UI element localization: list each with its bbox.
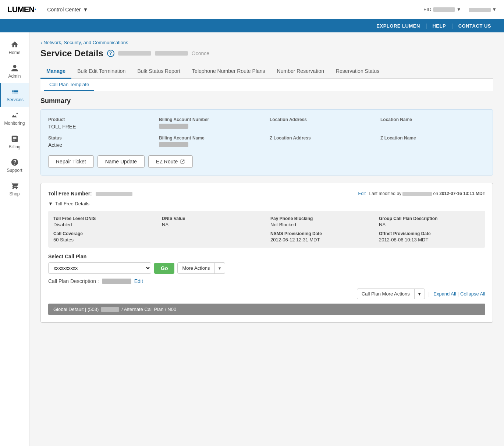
explore-lumen-link[interactable]: EXPLORE LUMEN: [371, 23, 425, 29]
page-id3: Oconce: [192, 50, 209, 56]
breadcrumb-arrow-icon: ‹: [40, 40, 42, 45]
sidebar-item-support[interactable]: Support: [0, 154, 29, 177]
field-product-value: TOLL FREE: [48, 124, 153, 130]
user-value: [469, 8, 491, 12]
action-bar: EXPLORE LUMEN | HELP | CONTACT US: [0, 19, 504, 32]
field-z-location-address-label: Z Location Address: [270, 135, 375, 141]
sidebar-item-billing[interactable]: Billing: [0, 130, 29, 154]
call-plan-desc-value: [102, 279, 131, 284]
last-modified-label: Last modified by: [369, 191, 403, 196]
collapse-all-link[interactable]: Collapse All: [460, 291, 485, 297]
external-link-icon: [180, 159, 185, 164]
eid-section: EID ▼: [423, 7, 461, 12]
home-icon: [11, 40, 19, 49]
field-status-value: Active: [48, 142, 153, 148]
sidebar-item-admin[interactable]: Admin: [0, 60, 29, 83]
sidebar-item-home-label: Home: [8, 50, 20, 55]
select-call-plan-title: Select Call Plan: [48, 254, 485, 259]
detail-nsms-date-value: 2012-06-12 12:31 MDT: [270, 237, 372, 243]
breadcrumb[interactable]: ‹ Network, Security, and Communications: [40, 40, 493, 45]
eid-chevron-icon[interactable]: ▼: [457, 7, 461, 12]
control-center-label: Control Center: [47, 7, 81, 13]
detail-toll-free-level-dnis-value: Disabled: [53, 222, 155, 227]
global-default-bar: Global Default | (503) / Alternate Call …: [48, 304, 485, 315]
summary-grid: Product TOLL FREE Billing Account Number…: [48, 117, 485, 148]
detail-empty: [162, 231, 263, 243]
go-button[interactable]: Go: [154, 263, 174, 274]
call-plan-select[interactable]: xxxxxxxxxx: [48, 262, 151, 274]
info-icon[interactable]: ?: [107, 50, 114, 57]
more-actions-label: More Actions: [178, 263, 214, 273]
field-z-location-name-label: Z Location Name: [380, 135, 485, 141]
tab-number-reservation[interactable]: Number Reservation: [271, 64, 330, 79]
help-link[interactable]: HELP: [427, 23, 451, 29]
detail-dnis-value-value: NA: [162, 222, 263, 227]
tab-bulk-edit[interactable]: Bulk Edit Termination: [71, 64, 131, 79]
tab-manage[interactable]: Manage: [40, 64, 71, 79]
sub-tabs: Call Plan Template: [40, 79, 493, 91]
detail-card: Toll Free Number: Edit Last modified by …: [40, 183, 493, 323]
detail-pay-phone-blocking-label: Pay Phone Blocking: [270, 216, 372, 221]
services-icon: [11, 88, 19, 96]
sidebar-item-home[interactable]: Home: [0, 36, 29, 60]
sidebar-item-admin-label: Admin: [8, 74, 21, 79]
repair-ticket-button[interactable]: Repair Ticket: [48, 155, 94, 168]
call-plan-more-actions-button[interactable]: Call Plan More Actions ▼: [357, 289, 425, 299]
logo: LUMEN·: [7, 5, 36, 14]
toll-free-meta: Edit Last modified by on 2012-07-16 13:1…: [358, 191, 485, 196]
detail-pay-phone-blocking-value: Not Blocked: [270, 222, 372, 227]
detail-group-call-plan-desc-value: NA: [379, 222, 480, 227]
main-tabs: Manage Bulk Edit Termination Bulk Status…: [40, 64, 493, 79]
sidebar-item-shop[interactable]: Shop: [0, 177, 29, 201]
detail-pay-phone-blocking: Pay Phone Blocking Not Blocked: [270, 216, 372, 227]
tab-telephone-route[interactable]: Telephone Number Route Plans: [186, 64, 271, 79]
toll-free-number-value: [96, 192, 132, 196]
control-center-button[interactable]: Control Center ▼: [47, 7, 88, 13]
toggle-arrow-icon: ▼: [48, 201, 53, 206]
last-modified-user: [402, 192, 432, 196]
more-actions-button[interactable]: More Actions ▼: [177, 262, 225, 274]
field-billing-acct-name-label: Billing Account Name: [159, 135, 264, 141]
detail-toll-free-level-dnis-label: Toll Free Level DNIS: [53, 216, 155, 221]
sidebar-item-monitoring[interactable]: Monitoring: [0, 107, 29, 130]
eid-label: EID: [423, 7, 432, 12]
divider-pipe: |: [429, 291, 430, 297]
detail-offnet-date: Offnet Provisioning Date 2012-08-06 10:1…: [379, 231, 480, 243]
detail-dnis-value: DNIS Value NA: [162, 216, 263, 227]
sidebar-item-shop-label: Shop: [9, 191, 19, 197]
field-product-label: Product: [48, 117, 153, 122]
detail-group-call-plan-desc: Group Call Plan Description NA: [379, 216, 480, 227]
top-nav-right: EID ▼ ▼: [423, 7, 497, 12]
toll-free-header: Toll Free Number: Edit Last modified by …: [48, 191, 485, 197]
detail-nsms-date: NSMS Provisioning Date 2012-06-12 12:31 …: [270, 231, 372, 243]
tab-bulk-status[interactable]: Bulk Status Report: [131, 64, 186, 79]
detail-offnet-date-value: 2012-08-06 10:13 MDT: [379, 237, 480, 243]
contact-us-link[interactable]: CONTACT US: [453, 23, 497, 29]
tab-reservation-status[interactable]: Reservation Status: [330, 64, 385, 79]
field-billing-acct-num-value: [159, 124, 188, 129]
field-location-address-label: Location Address: [270, 117, 375, 122]
sidebar-item-services-label: Services: [7, 97, 24, 102]
edit-link[interactable]: Edit: [358, 191, 366, 196]
chevron-down-icon: ▼: [83, 7, 88, 13]
select-call-plan-section: Select Call Plan xxxxxxxxxx Go More Acti…: [48, 254, 485, 274]
sidebar-item-billing-label: Billing: [8, 144, 20, 149]
call-plan-edit-link[interactable]: Edit: [134, 278, 143, 284]
user-chevron-icon[interactable]: ▼: [492, 7, 497, 12]
name-update-button[interactable]: Name Update: [97, 155, 145, 168]
details-toggle[interactable]: ▼ Toll Free Details: [48, 201, 485, 206]
field-status: Status Active: [48, 135, 153, 148]
detail-call-coverage-label: Call Coverage: [53, 231, 155, 236]
sub-tab-call-plan[interactable]: Call Plan Template: [44, 79, 94, 91]
toll-free-details-grid: Toll Free Level DNIS Disabled DNIS Value…: [48, 211, 485, 248]
top-nav: LUMEN· Control Center ▼ EID ▼ ▼: [0, 0, 504, 19]
call-plan-more-arrow-icon: ▼: [415, 290, 425, 298]
field-z-location-name: Z Location Name: [380, 135, 485, 148]
ez-route-button[interactable]: EZ Route: [148, 155, 193, 168]
sidebar-item-services[interactable]: Services: [0, 83, 29, 107]
field-status-label: Status: [48, 135, 153, 141]
field-billing-acct-num: Billing Account Number: [159, 117, 264, 130]
page-id2: [155, 51, 188, 56]
expand-all-link[interactable]: Expand All: [433, 291, 456, 297]
global-default-blurred: [101, 307, 119, 312]
